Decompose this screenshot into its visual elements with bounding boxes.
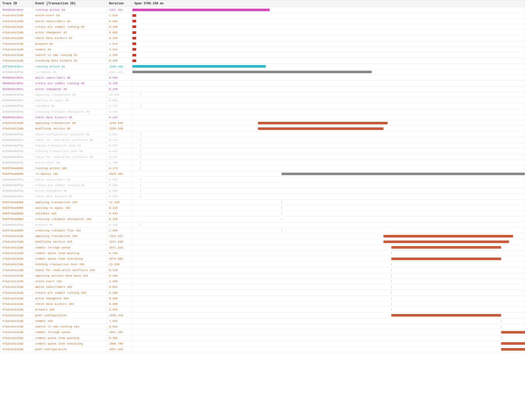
trace-id-cell[interactable]: 9b90b69c9041 — [0, 81, 33, 86]
span-bar-cell — [132, 24, 525, 29]
event-cell: modifying service 99 — [33, 126, 107, 131]
trace-id-cell[interactable]: 52657bea0d06 — [0, 199, 33, 205]
trace-id-cell[interactable]: 9b90b69c9041 — [0, 114, 33, 120]
table-row: 47a2ca4122abwrite changeset 830.093 — [0, 30, 525, 35]
span-tick — [140, 161, 141, 164]
duration-cell: 2.829 — [107, 13, 132, 18]
table-row: 52657bea0d06creating rollback file 1022.… — [0, 228, 525, 233]
table-row: 52657bea0d06running action 1020.173 — [0, 166, 525, 171]
duration-cell: 1067.287 — [107, 329, 132, 335]
trace-id-cell[interactable]: 915b8046df5a — [0, 148, 33, 154]
trace-id-cell[interactable]: 915b8046df5a — [0, 154, 33, 160]
trace-id-cell[interactable]: 9b90b69c9041 — [0, 7, 33, 13]
event-cell: switch to new running 103 — [33, 324, 107, 329]
trace-id-cell[interactable]: 47a2ca4122ab — [0, 52, 33, 58]
span-bar-cell — [132, 64, 525, 69]
trace-id-cell[interactable]: 47a2ca4122ab — [0, 256, 33, 262]
trace-id-cell[interactable]: 52657bea0d06 — [0, 216, 33, 222]
trace-id-cell[interactable]: 47a2ca4122ab — [0, 295, 33, 301]
trace-id-cell[interactable]: 47a2ca4122ab — [0, 284, 33, 290]
trace-id-cell[interactable]: 9b90b69c9041 — [0, 75, 33, 81]
event-cell: create pre commit running 98 — [33, 182, 107, 188]
span-bar — [132, 71, 372, 73]
span-tick — [391, 252, 392, 254]
trace-table: Trace ID Event [Transaction ID] Duration… — [0, 0, 525, 352]
event-cell: commit queue item waiting — [33, 335, 107, 341]
trace-id-cell[interactable]: 915b8046df5a — [0, 160, 33, 165]
span-tick — [140, 144, 141, 147]
col-header-span: Span 3785.150 ms — [132, 0, 525, 7]
event-cell: match subscribers 98 — [33, 177, 107, 182]
trace-id-cell[interactable]: 47a2ca4122ab — [0, 30, 33, 35]
trace-id-cell[interactable]: 915b8046df5a — [0, 98, 33, 103]
trace-id-cell[interactable]: 47a2ca4122ab — [0, 301, 33, 307]
trace-id-cell[interactable]: 915b8046df5a — [0, 194, 33, 199]
event-cell: check for read-write conflicts 98 — [33, 154, 107, 160]
duration-cell: 0.258 — [107, 194, 132, 199]
trace-id-cell[interactable]: 47a2ca4122ab — [0, 120, 33, 126]
duration-cell: 0.650 — [107, 273, 132, 278]
trace-id-cell[interactable]: 47a2ca4122ab — [0, 307, 33, 312]
table-row: 47a2ca4122abcommit through queue1067.287 — [0, 329, 525, 335]
trace-id-cell[interactable]: 47a2ca4122ab — [0, 329, 33, 335]
trace-id-cell[interactable]: 915b8046df5a — [0, 182, 33, 188]
event-cell: commit 83 — [33, 47, 107, 52]
trace-id-cell[interactable]: 47a2ca4122ab — [0, 245, 33, 250]
span-bar-cell — [132, 273, 525, 278]
table-row: 915b8046df5amatch subscribers 980.058 — [0, 177, 525, 182]
trace-id-cell[interactable]: 47a2ca4122ab — [0, 273, 33, 278]
trace-id-cell[interactable]: 47a2ca4122ab — [0, 267, 33, 273]
trace-id-cell[interactable]: 915b8046df5a — [0, 137, 33, 143]
trace-id-cell[interactable]: 47a2ca4122ab — [0, 318, 33, 324]
trace-id-cell[interactable]: 915b8046df5a — [0, 177, 33, 182]
trace-id-cell[interactable]: 47a2ca4122ab — [0, 279, 33, 284]
span-bar-cell — [132, 109, 525, 114]
trace-id-cell[interactable]: 915b8046df5a — [0, 92, 33, 97]
trace-id-cell[interactable]: 47a2ca4122ab — [0, 58, 33, 64]
trace-id-cell[interactable]: 47a2ca4122ab — [0, 35, 33, 41]
trace-id-cell[interactable]: 26f3d9c63bcc — [0, 64, 33, 69]
trace-id-cell[interactable]: 52657bea0d06 — [0, 166, 33, 171]
duration-cell: 0.053 — [107, 18, 132, 24]
event-cell: commit through queue — [33, 245, 107, 250]
event-cell: running action 102 — [33, 166, 107, 171]
trace-id-cell[interactable]: 52657bea0d06 — [0, 205, 33, 211]
trace-id-cell[interactable]: 47a2ca4122ab — [0, 335, 33, 341]
trace-id-cell[interactable]: 915b8046df5a — [0, 143, 33, 148]
event-cell: check configuration policies 98 — [33, 131, 107, 137]
trace-id-cell[interactable]: 915b8046df5a — [0, 69, 33, 75]
trace-id-cell[interactable]: 47a2ca4122ab — [0, 324, 33, 329]
event-cell: check data kickers 103 — [33, 301, 107, 307]
trace-id-cell[interactable]: 47a2ca4122ab — [0, 47, 33, 52]
trace-id-cell[interactable]: 47a2ca4122ab — [0, 347, 33, 352]
trace-id-cell[interactable]: 47a2ca4122ab — [0, 24, 33, 29]
duration-cell: 1221.930 — [107, 239, 132, 245]
trace-id-cell[interactable]: 47a2ca4122ab — [0, 250, 33, 256]
trace-id-cell[interactable]: 52657bea0d06 — [0, 228, 33, 233]
trace-id-cell[interactable]: 47a2ca4122ab — [0, 13, 33, 18]
duration-cell: 0.045 — [107, 301, 132, 307]
span-tick — [140, 190, 141, 192]
trace-id-cell[interactable]: 915b8046df5a — [0, 188, 33, 194]
trace-id-cell[interactable]: 47a2ca4122ab — [0, 312, 33, 318]
span-bar — [132, 54, 136, 56]
trace-id-cell[interactable]: 47a2ca4122ab — [0, 341, 33, 346]
trace-id-cell[interactable]: 915b8046df5a — [0, 103, 33, 109]
trace-id-cell[interactable]: 47a2ca4122ab — [0, 290, 33, 295]
trace-id-cell[interactable]: 47a2ca4122ab — [0, 18, 33, 24]
trace-id-cell[interactable]: 9b90b69c9041 — [0, 86, 33, 92]
span-tick — [140, 150, 141, 153]
trace-id-cell[interactable]: 915b8046df5a — [0, 109, 33, 114]
span-bar — [132, 42, 136, 45]
span-tick — [282, 201, 282, 203]
trace-id-cell[interactable]: 47a2ca4122ab — [0, 126, 33, 131]
trace-id-cell[interactable]: 52657bea0d06 — [0, 171, 33, 177]
trace-id-cell[interactable]: 47a2ca4122ab — [0, 41, 33, 47]
trace-id-cell[interactable]: 47a2ca4122ab — [0, 233, 33, 239]
trace-id-cell[interactable]: 47a2ca4122ab — [0, 262, 33, 267]
span-tick — [501, 337, 501, 339]
trace-id-cell[interactable]: 52657bea0d06 — [0, 211, 33, 216]
trace-id-cell[interactable]: 915b8046df5a — [0, 222, 33, 228]
trace-id-cell[interactable]: 47a2ca4122ab — [0, 239, 33, 245]
trace-id-cell[interactable]: 915b8046df5a — [0, 131, 33, 137]
